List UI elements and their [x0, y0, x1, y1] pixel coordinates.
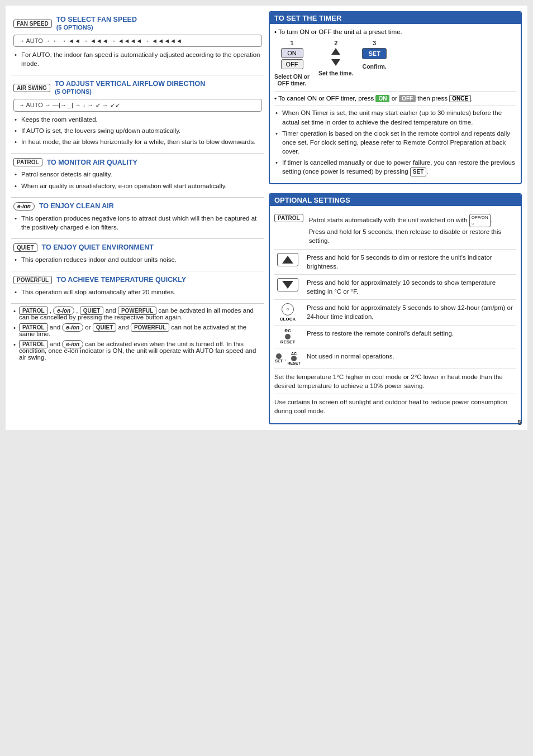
eion-title: TO ENJOY CLEAN AIR [39, 202, 114, 210]
air-swing-bullet-3: In heat mode, the air blows horizontally… [13, 137, 262, 146]
once-badge: ONCE [449, 95, 471, 102]
timer-section: TO SET THE TIMER • To turn ON or OFF the… [269, 11, 522, 184]
step2-label: Set the time. [318, 70, 353, 76]
cancel-note: • To cancel ON or OFF timer, press ON or… [274, 95, 516, 102]
patrol-bullet-1: Patrol sensor detects air quality. [13, 170, 262, 179]
opt-text-clock: Press and hold for approximately 5 secon… [307, 303, 516, 321]
opt-text-set-reset: Not used in normal operations. [307, 352, 516, 361]
down-arrow-icon[interactable] [331, 59, 340, 66]
quiet-section: QUIET TO ENJOY QUIET ENVIRONMENT This op… [11, 239, 264, 271]
bottom-bullet-1: • PATROL , e-ion , QUIET and POWERFUL ca… [13, 307, 262, 320]
bottom-bullets: • PATROL , e-ion , QUIET and POWERFUL ca… [11, 304, 264, 367]
powerful-badge: POWERFUL [13, 276, 52, 284]
eion-bullets: This operation produces negative ions to… [13, 214, 262, 232]
eion-badge: e-ion [13, 202, 35, 210]
up-triangle-icon [282, 256, 293, 264]
fan-speed-header: FAN SPEED TO SELECT FAN SPEED(5 OPTIONS) [13, 16, 262, 31]
patrol-opt-badge: PATROL [274, 214, 303, 222]
eion-badge-inline2: e-ion [62, 323, 83, 332]
opt-text-patrol: Patrol starts automatically with the uni… [309, 214, 516, 246]
left-column: FAN SPEED TO SELECT FAN SPEED(5 OPTIONS)… [11, 11, 264, 424]
quiet-title: TO ENJOY QUIET ENVIRONMENT [42, 243, 154, 251]
optional-title: OPTIONAL SETTINGS [270, 194, 521, 206]
timer-intro: • To turn ON or OFF the unit at a preset… [274, 28, 516, 35]
patrol-bullet-2: When air quality is unsatisfactory, e-io… [13, 181, 262, 190]
up-arrow-icon[interactable] [331, 48, 340, 55]
timer-bullet-3: If timer is cancelled manually or due to… [274, 158, 516, 176]
timer-bullet-2: Timer operation is based on the clock se… [274, 129, 516, 156]
clock-label: CLOCK [280, 317, 296, 322]
opt-text-rc-reset: Press to restore the remote control's de… [307, 329, 516, 338]
timer-steps: 1 ON OFF Select ON orOFF timer. 2 S [274, 40, 516, 87]
right-column: TO SET THE TIMER • To turn ON or OFF the… [269, 11, 522, 424]
fan-speed-bullet-1: For AUTO, the indoor fan speed is automa… [13, 50, 262, 68]
opt-icon-patrol: PATROL [274, 214, 303, 222]
quiet-bullets: This operation reduces indoor and outdoo… [13, 255, 262, 264]
air-swing-header: AIR SWING TO ADJUST VERTICAL AIRFLOW DIR… [13, 80, 262, 95]
quiet-badge-inline2: QUIET [93, 323, 117, 332]
powerful-bullet-1: This operation will stop automatically a… [13, 288, 262, 296]
set-button[interactable]: SET [362, 48, 386, 59]
opt-row-rc-reset: RC RESET Press to restore the remote con… [274, 326, 516, 348]
patrol-section: PATROL TO MONITOR AIR QUALITY Patrol sen… [11, 154, 264, 197]
opt-icon-down [274, 278, 301, 291]
air-swing-title: TO ADJUST VERTICAL AIRFLOW DIRECTION(5 O… [55, 80, 205, 95]
swing-diagram-text: → AUTO → —|→ _| → ↓ → ↙ → ↙↙ [18, 102, 120, 109]
powerful-section: POWERFUL TO ACHIEVE TEMPERATURE QUICKLY … [11, 271, 264, 304]
air-swing-diagram: → AUTO → —|→ _| → ↓ → ↙ → ↙↙ [13, 99, 262, 112]
bottom-bullet-2: • PATROL and e-ion or QUIET and POWERFUL… [13, 324, 262, 337]
opt-row-clock: ○ CLOCK Press and hold for approximately… [274, 300, 516, 326]
reset-label: RESET [280, 340, 296, 344]
timer-bullet-1: When ON Timer is set, the unit may start… [274, 108, 516, 126]
opt-row-down: Press and hold for approximately 10 seco… [274, 275, 516, 300]
timer-step-1: 1 ON OFF Select ON orOFF timer. [274, 40, 310, 87]
down-triangle-icon [282, 281, 293, 289]
optional-note-1: Set the temperature 1°C higher in cool m… [274, 369, 516, 394]
quiet-bullet-1: This operation reduces indoor and outdoo… [13, 255, 262, 264]
set-dot-icon [276, 353, 282, 359]
step3-label: Confirm. [363, 63, 387, 70]
quiet-badge: QUIET [13, 243, 37, 252]
fan-speed-section: FAN SPEED TO SELECT FAN SPEED(5 OPTIONS)… [11, 11, 264, 75]
eion-section: e-ion TO ENJOY CLEAN AIR This operation … [11, 198, 264, 239]
timer-title: TO SET THE TIMER [270, 12, 521, 24]
fan-speed-diagram: → AUTO → ← → ◄◄ → ◄◄◄ → ◄◄◄◄ → ◄◄◄◄◄ [13, 35, 262, 47]
patrol-bullets: Patrol sensor detects air quality. When … [13, 170, 262, 190]
timer-step-2: 2 Set the time. [318, 40, 353, 76]
on-button[interactable]: ON [281, 48, 303, 58]
eion-header: e-ion TO ENJOY CLEAN AIR [13, 202, 262, 210]
page-number: 5 [518, 418, 522, 427]
air-swing-section: AIR SWING TO ADJUST VERTICAL AIRFLOW DIR… [11, 75, 264, 154]
timer-bullets: When ON Timer is set, the unit may start… [274, 108, 516, 176]
opt-icon-rc-reset: RC RESET [274, 329, 301, 344]
fan-diagram-text: → AUTO → ← → ◄◄ → ◄◄◄ → ◄◄◄◄ → ◄◄◄◄◄ [18, 37, 182, 44]
opt-icon-set-reset: SET , AC RESET [274, 352, 301, 365]
quiet-header: QUIET TO ENJOY QUIET ENVIRONMENT [13, 243, 262, 252]
ac-dot-icon [291, 356, 297, 361]
opt-row-patrol: PATROL Patrol starts automatically with … [274, 210, 516, 250]
clock-icon: ○ [282, 303, 294, 315]
air-swing-bullet-2: If AUTO is set, the louvers swing up/dow… [13, 126, 262, 135]
rc-dot-icon [285, 334, 291, 339]
patrol-title: TO MONITOR AIR QUALITY [47, 159, 137, 166]
opt-row-up: Press and hold for 5 seconds to dim or r… [274, 250, 516, 275]
off-button[interactable]: OFF [281, 59, 303, 69]
opt-text-down: Press and hold for approximately 10 seco… [307, 278, 516, 296]
air-swing-bullets: Keeps the room ventilated. If AUTO is se… [13, 115, 262, 146]
powerful-bullets: This operation will stop automatically a… [13, 288, 262, 296]
offon-badge: OFF/ON○ [469, 214, 491, 227]
optional-note-2: Use curtains to screen off sunlight and … [274, 394, 516, 419]
timer-step-3: 3 SET Confirm. [362, 40, 386, 70]
opt-row-set-reset: SET , AC RESET Not used in normal operat… [274, 348, 516, 369]
main-page: FAN SPEED TO SELECT FAN SPEED(5 OPTIONS)… [6, 6, 527, 430]
patrol-badge: PATROL [13, 158, 42, 166]
fan-speed-bullets: For AUTO, the indoor fan speed is automa… [13, 50, 262, 68]
fan-speed-badge: FAN SPEED [13, 20, 52, 28]
powerful-header: POWERFUL TO ACHIEVE TEMPERATURE QUICKLY [13, 276, 262, 284]
bottom-bullet-3: • PATROL and e-ion can be activated even… [13, 341, 262, 361]
fan-speed-title: TO SELECT FAN SPEED(5 OPTIONS) [56, 16, 137, 31]
powerful-title: TO ACHIEVE TEMPERATURE QUICKLY [56, 276, 186, 284]
powerful-badge-inline2: POWERFUL [131, 323, 169, 332]
off-inline-badge: OFF [399, 95, 416, 102]
air-swing-badge: AIR SWING [13, 84, 50, 92]
